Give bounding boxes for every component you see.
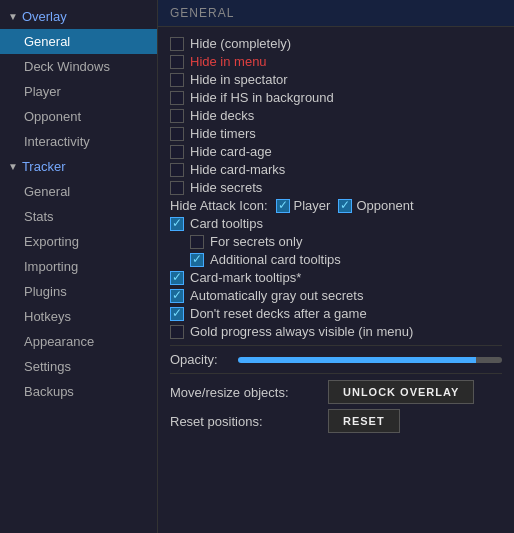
gold-progress-row: Gold progress always visible (in menu) — [170, 324, 502, 339]
hide-attack-icon-row: Hide Attack Icon: Player Opponent — [170, 198, 502, 213]
attack-opponent-group: Opponent — [338, 198, 413, 213]
gold-progress-checkbox[interactable] — [170, 325, 184, 339]
hide-card-marks-label: Hide card-marks — [190, 162, 285, 177]
sidebar-item-importing[interactable]: Importing — [0, 254, 157, 279]
attack-player-checkbox[interactable] — [276, 199, 290, 213]
hide-if-hs-row: Hide if HS in background — [170, 90, 502, 105]
attack-player-label: Player — [294, 198, 331, 213]
dont-reset-decks-checkbox[interactable] — [170, 307, 184, 321]
hide-in-spectator-checkbox[interactable] — [170, 73, 184, 87]
hide-decks-checkbox[interactable] — [170, 109, 184, 123]
sidebar-item-stats[interactable]: Stats — [0, 204, 157, 229]
hide-card-age-checkbox[interactable] — [170, 145, 184, 159]
card-mark-tooltips-label: Card-mark tooltips* — [190, 270, 301, 285]
hide-secrets-checkbox[interactable] — [170, 181, 184, 195]
reset-positions-row: Reset positions: RESET — [170, 409, 502, 433]
hide-secrets-row: Hide secrets — [170, 180, 502, 195]
sidebar-item-deck-windows[interactable]: Deck Windows — [0, 54, 157, 79]
opacity-row: Opacity: — [170, 352, 502, 367]
hide-card-marks-checkbox[interactable] — [170, 163, 184, 177]
hide-secrets-label: Hide secrets — [190, 180, 262, 195]
hide-if-hs-checkbox[interactable] — [170, 91, 184, 105]
card-tooltips-row: Card tooltips — [170, 216, 502, 231]
auto-gray-secrets-row: Automatically gray out secrets — [170, 288, 502, 303]
hide-card-age-label: Hide card-age — [190, 144, 272, 159]
hide-in-menu-label: Hide in menu — [190, 54, 267, 69]
for-secrets-only-row: For secrets only — [170, 234, 502, 249]
additional-card-tooltips-label: Additional card tooltips — [210, 252, 341, 267]
hide-if-hs-label: Hide if HS in background — [190, 90, 334, 105]
gold-progress-label: Gold progress always visible (in menu) — [190, 324, 413, 339]
reset-positions-label: Reset positions: — [170, 414, 320, 429]
sidebar-section-tracker[interactable]: ▼ Tracker — [0, 154, 157, 179]
hide-card-marks-row: Hide card-marks — [170, 162, 502, 177]
move-resize-row: Move/resize objects: UNLOCK OVERLAY — [170, 380, 502, 404]
sidebar-item-general-overlay[interactable]: General — [0, 29, 157, 54]
card-tooltips-checkbox[interactable] — [170, 217, 184, 231]
hide-timers-row: Hide timers — [170, 126, 502, 141]
dont-reset-decks-row: Don't reset decks after a game — [170, 306, 502, 321]
attack-opponent-checkbox[interactable] — [338, 199, 352, 213]
sidebar-section-overlay-label: Overlay — [22, 9, 67, 24]
auto-gray-secrets-checkbox[interactable] — [170, 289, 184, 303]
for-secrets-only-label: For secrets only — [210, 234, 302, 249]
tracker-arrow-icon: ▼ — [8, 161, 18, 172]
for-secrets-only-checkbox[interactable] — [190, 235, 204, 249]
hide-in-menu-row: Hide in menu — [170, 54, 502, 69]
hide-timers-checkbox[interactable] — [170, 127, 184, 141]
hide-attack-icon-label: Hide Attack Icon: — [170, 198, 268, 213]
sidebar: ▼ Overlay General Deck Windows Player Op… — [0, 0, 158, 533]
sidebar-section-overlay[interactable]: ▼ Overlay — [0, 4, 157, 29]
sidebar-item-backups[interactable]: Backups — [0, 379, 157, 404]
hide-in-spectator-label: Hide in spectator — [190, 72, 288, 87]
hide-timers-label: Hide timers — [190, 126, 256, 141]
hide-in-menu-checkbox[interactable] — [170, 55, 184, 69]
sidebar-item-interactivity[interactable]: Interactivity — [0, 129, 157, 154]
card-mark-tooltips-checkbox[interactable] — [170, 271, 184, 285]
opacity-slider[interactable] — [238, 357, 502, 363]
attack-player-group: Player — [276, 198, 331, 213]
card-tooltips-label: Card tooltips — [190, 216, 263, 231]
hide-decks-label: Hide decks — [190, 108, 254, 123]
sidebar-item-player[interactable]: Player — [0, 79, 157, 104]
sidebar-item-opponent[interactable]: Opponent — [0, 104, 157, 129]
reset-button[interactable]: RESET — [328, 409, 400, 433]
hide-in-spectator-row: Hide in spectator — [170, 72, 502, 87]
sidebar-section-tracker-label: Tracker — [22, 159, 66, 174]
auto-gray-secrets-label: Automatically gray out secrets — [190, 288, 363, 303]
sidebar-item-settings[interactable]: Settings — [0, 354, 157, 379]
divider-opacity — [170, 345, 502, 346]
sidebar-item-general-tracker[interactable]: General — [0, 179, 157, 204]
divider-move — [170, 373, 502, 374]
attack-opponent-label: Opponent — [356, 198, 413, 213]
hide-decks-row: Hide decks — [170, 108, 502, 123]
opacity-label: Opacity: — [170, 352, 230, 367]
hide-completely-checkbox[interactable] — [170, 37, 184, 51]
main-panel: GENERAL Hide (completely) Hide in menu H… — [158, 0, 514, 533]
unlock-overlay-button[interactable]: UNLOCK OVERLAY — [328, 380, 474, 404]
sidebar-item-plugins[interactable]: Plugins — [0, 279, 157, 304]
dont-reset-decks-label: Don't reset decks after a game — [190, 306, 367, 321]
sidebar-item-hotkeys[interactable]: Hotkeys — [0, 304, 157, 329]
sidebar-item-exporting[interactable]: Exporting — [0, 229, 157, 254]
main-content: Hide (completely) Hide in menu Hide in s… — [158, 27, 514, 533]
additional-card-tooltips-row: Additional card tooltips — [170, 252, 502, 267]
hide-card-age-row: Hide card-age — [170, 144, 502, 159]
sidebar-item-appearance[interactable]: Appearance — [0, 329, 157, 354]
overlay-arrow-icon: ▼ — [8, 11, 18, 22]
additional-card-tooltips-checkbox[interactable] — [190, 253, 204, 267]
main-header: GENERAL — [158, 0, 514, 27]
card-mark-tooltips-row: Card-mark tooltips* — [170, 270, 502, 285]
hide-completely-label: Hide (completely) — [190, 36, 291, 51]
move-resize-label: Move/resize objects: — [170, 385, 320, 400]
hide-completely-row: Hide (completely) — [170, 36, 502, 51]
